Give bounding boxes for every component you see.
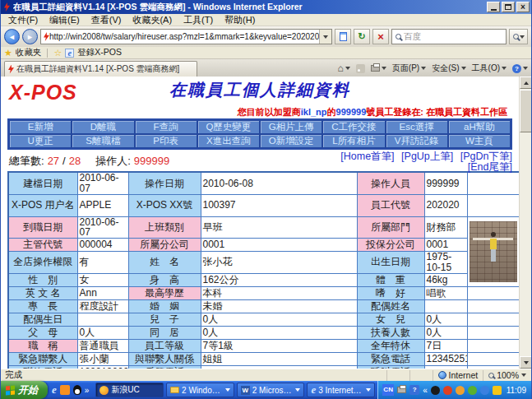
url-dropdown-button[interactable] bbox=[319, 30, 331, 44]
menu-file[interactable]: 文件(F) bbox=[2, 14, 44, 26]
url-field[interactable]: http://win2008/tw/salary/hireuser.asp?mz… bbox=[40, 29, 332, 44]
security-tray-icon[interactable] bbox=[468, 386, 477, 395]
button-help[interactable]: aH幫助 bbox=[448, 120, 511, 134]
field-value: 本科 bbox=[201, 286, 357, 299]
add-favorite-icon[interactable]: ☆ bbox=[53, 49, 62, 58]
login-account: ikl_np bbox=[301, 107, 327, 117]
minimize-icon bbox=[491, 9, 497, 11]
shield-tray-icon[interactable] bbox=[493, 386, 502, 395]
scroll-up-button[interactable] bbox=[520, 77, 531, 89]
help-tray-icon[interactable]: ? bbox=[409, 385, 419, 395]
field-label: 兒 子 bbox=[128, 313, 201, 326]
back-button[interactable]: ◄ bbox=[4, 29, 20, 44]
tools-menu-button[interactable]: 工具(O) bbox=[472, 63, 507, 74]
button-visit-record[interactable]: V拜訪記錄 bbox=[386, 134, 448, 148]
button-handover[interactable]: C工作交接 bbox=[322, 120, 385, 134]
qq-tray-icon[interactable] bbox=[431, 386, 440, 395]
button-history[interactable]: Q歷史變更 bbox=[197, 120, 260, 134]
counter-label: 總筆數: bbox=[9, 155, 44, 167]
safety-menu-button[interactable]: 安全(S) bbox=[432, 63, 465, 74]
photo-column-cell bbox=[467, 313, 520, 326]
button-inout-query[interactable]: X進出查詢 bbox=[197, 134, 260, 148]
sina-uc-icon bbox=[99, 386, 109, 395]
field-value: 2010-06-08 bbox=[201, 172, 357, 194]
field-label: 身 高 bbox=[128, 273, 201, 286]
menu-favorites[interactable]: 收藏夹(A) bbox=[127, 14, 178, 26]
button-resign[interactable]: D離職 bbox=[72, 120, 134, 134]
button-add-setting[interactable]: O新增設定 bbox=[260, 134, 322, 148]
menu-help[interactable]: 帮助(H) bbox=[219, 14, 261, 26]
task-windows-explorer-group[interactable]: 2 Windows Explorer bbox=[166, 383, 234, 397]
button-all-photos[interactable]: L所有相片 bbox=[322, 134, 385, 148]
task-internet-explorer-group[interactable]: e 3 Internet Expl... bbox=[307, 383, 375, 397]
taskbar-clock[interactable]: 11:09 bbox=[507, 386, 526, 395]
scroll-down-button[interactable] bbox=[520, 356, 531, 369]
maximize-button[interactable] bbox=[502, 2, 515, 12]
search-button[interactable] bbox=[509, 29, 528, 44]
tray-collapse-button[interactable]: « bbox=[423, 386, 428, 395]
printer-tray-icon[interactable] bbox=[397, 387, 406, 393]
ie-quicklaunch-icon[interactable]: e bbox=[52, 385, 57, 395]
button-print[interactable]: P印表 bbox=[135, 134, 197, 148]
table-row: X-POS 用户名APPLE X-POS XX號100397 員工代號20202… bbox=[8, 194, 520, 216]
menu-view[interactable]: 查看(V) bbox=[86, 14, 127, 26]
table-row: 專 長程度設計 婚 姻未婚 配偶姓名 bbox=[8, 299, 520, 313]
feeds-button[interactable] bbox=[356, 64, 365, 73]
button-photo-upload[interactable]: G相片上傳 bbox=[260, 120, 322, 134]
language-indicator[interactable]: CN bbox=[382, 384, 394, 396]
table-row: 緊急聯繫人張小蘭 與聯繫人關係姐姐 緊急電話12345251 bbox=[8, 352, 520, 365]
flower-tray-icon[interactable] bbox=[456, 386, 465, 395]
tab-strip: 在職員工詳細資料V1.14 [X-POS 雲端商務網] ⌂ 页面(P) 安全(S… bbox=[1, 59, 531, 77]
im-tray-icon[interactable] bbox=[480, 386, 489, 395]
favorites-bar: ★ 收藏夹 ☆ e 登錄X-POS bbox=[1, 47, 531, 59]
button-home-page[interactable]: W主頁 bbox=[448, 134, 511, 148]
scrollbar-thumb[interactable] bbox=[520, 90, 531, 132]
menu-edit[interactable]: 编辑(E) bbox=[44, 14, 86, 26]
field-label: 操作日期 bbox=[128, 172, 201, 194]
pager-pgup-link[interactable]: [PgUp上筆] bbox=[401, 151, 453, 162]
task-microsoft-office-group[interactable]: W 2 Microsoft Off... bbox=[237, 383, 305, 397]
help-button[interactable]: ? bbox=[512, 64, 528, 73]
pager-pgdn-link[interactable]: [PgDn下筆] bbox=[460, 151, 512, 162]
vertical-scrollbar[interactable] bbox=[519, 77, 531, 369]
button-update[interactable]: U更正 bbox=[9, 134, 72, 148]
print-button[interactable] bbox=[371, 65, 386, 72]
chevron-down-icon bbox=[461, 67, 466, 70]
close-button[interactable]: × bbox=[516, 2, 530, 12]
zoom-control[interactable]: 100% bbox=[483, 370, 531, 381]
button-resigned-file[interactable]: S離職檔 bbox=[72, 134, 134, 148]
chevron-down-icon bbox=[345, 67, 350, 70]
field-label: 婚 姻 bbox=[128, 299, 201, 313]
minimize-button[interactable] bbox=[487, 2, 500, 12]
table-row: 職 稱普通職員 員工等級7等1級 全年特休7日 bbox=[8, 339, 520, 352]
internet-zone-icon bbox=[438, 371, 446, 379]
button-query[interactable]: F查詢 bbox=[135, 120, 197, 134]
favorites-button[interactable]: 收藏夹 bbox=[16, 47, 42, 58]
uc-quicklaunch-icon[interactable] bbox=[60, 385, 70, 395]
messenger-tray-icon[interactable] bbox=[443, 386, 452, 395]
favorites-page-link[interactable]: 登錄X-POS bbox=[77, 47, 122, 58]
task-sina-uc[interactable]: 新浪UC bbox=[95, 383, 164, 397]
pager-home-link[interactable]: [Home首筆] bbox=[340, 151, 394, 162]
field-value: 13991320987 bbox=[77, 365, 128, 369]
search-box[interactable]: 百度 bbox=[391, 29, 507, 44]
start-button[interactable]: 开始 bbox=[1, 381, 48, 399]
page-menu-button[interactable]: 页面(P) bbox=[392, 63, 426, 74]
refresh-button[interactable]: ↻ bbox=[354, 29, 370, 44]
table-row: 建檔日期2010-06-07 操作日期2010-06-08 操作人員999999 bbox=[8, 172, 520, 194]
pager-end-link[interactable]: [End尾筆] bbox=[468, 161, 512, 173]
button-add[interactable]: E新增 bbox=[9, 120, 72, 134]
button-esc-select[interactable]: Esc選擇 bbox=[386, 120, 448, 134]
field-label: 嗜 好 bbox=[357, 286, 424, 299]
record-counter: 總筆數:27/28操作人:999999 bbox=[9, 151, 173, 169]
quicklaunch-more-button[interactable]: » bbox=[85, 386, 90, 395]
tab-active[interactable]: 在職員工詳細資料V1.14 [X-POS 雲端商務網] bbox=[4, 61, 197, 77]
stop-button[interactable]: × bbox=[372, 29, 389, 44]
forward-button[interactable]: ► bbox=[22, 29, 38, 44]
qq-quicklaunch-icon[interactable] bbox=[73, 385, 81, 395]
employee-detail-table: 建檔日期2010-06-07 操作日期2010-06-08 操作人員999999… bbox=[7, 171, 520, 369]
compatibility-view-button[interactable] bbox=[335, 29, 351, 44]
chevron-down-icon bbox=[382, 67, 386, 70]
home-button[interactable]: ⌂ bbox=[338, 64, 350, 72]
menu-tools[interactable]: 工具(T) bbox=[178, 14, 219, 26]
